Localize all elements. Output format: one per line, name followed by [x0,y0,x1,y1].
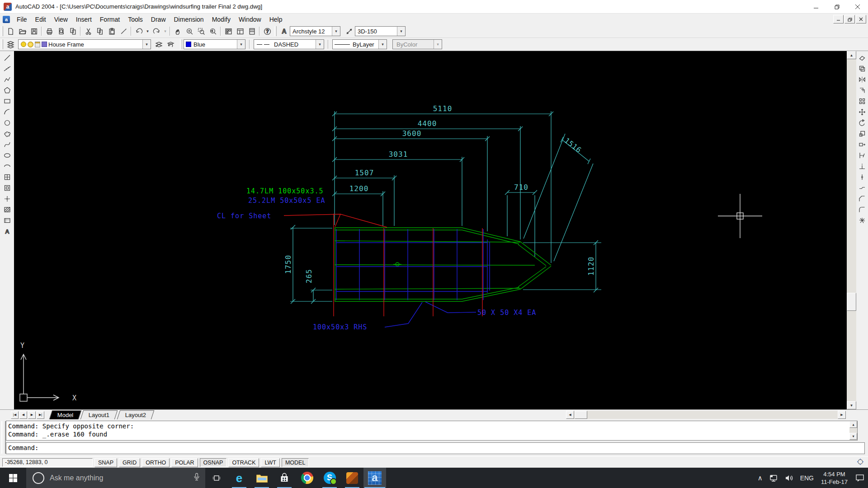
layer-lock-icon[interactable] [35,42,40,47]
scroll-left-button[interactable]: ◀ [566,411,574,419]
toolbar-grip[interactable] [274,26,277,36]
tool-palettes-button[interactable] [246,25,258,37]
toggle-snap[interactable]: SNAP [94,458,117,467]
tray-network-button[interactable] [766,468,782,488]
match-properties-button[interactable] [118,25,129,37]
publish-button[interactable] [67,25,79,37]
zoom-realtime-button[interactable] [184,25,195,37]
coordinate-display[interactable]: -35268, 12883, 0 [2,458,93,467]
undo-button[interactable] [133,25,145,37]
minimize-button[interactable] [806,0,826,14]
ellipse-tool[interactable] [1,150,13,161]
linetype-combo[interactable]: DASHED ▾ [254,39,324,49]
menu-window[interactable]: Window [235,15,265,24]
command-window-grip[interactable] [1,421,6,454]
make-layer-current-button[interactable] [153,38,165,50]
help-button[interactable]: ? [261,25,273,37]
model-space-canvas[interactable]: 5110 4400 3600 3031 1507 1200 710 1516 1… [14,51,847,409]
construction-line-tool[interactable] [1,63,13,74]
polyline-tool[interactable] [1,74,13,85]
text-style-combo[interactable]: Archstyle 12 ▾ [290,26,340,36]
task-view-button[interactable] [205,468,228,488]
action-center-button[interactable] [852,468,868,488]
multiline-text-tool[interactable]: A [1,226,13,237]
array-tool[interactable] [856,96,868,107]
lineweight-combo-arrow-icon[interactable]: ▾ [378,40,387,49]
command-history[interactable]: Command: Specify opposite corner: Comman… [6,421,858,441]
hatch-tool[interactable] [1,204,13,215]
line-tool[interactable] [1,52,13,63]
taskbar-autocad[interactable]: a [363,468,386,488]
linetype-combo-arrow-icon[interactable]: ▾ [316,40,324,49]
extend-tool[interactable] [856,161,868,172]
tab-layout2[interactable]: Layout2 [117,410,154,419]
text-style-combo-arrow-icon[interactable]: ▾ [332,27,340,36]
tray-language[interactable]: ENG [797,468,817,488]
mdi-minimize-button[interactable] [833,15,844,23]
plot-preview-button[interactable] [55,25,67,37]
new-button[interactable] [5,25,16,37]
menu-insert[interactable]: Insert [72,15,96,24]
menu-file[interactable]: File [13,15,31,24]
vertical-scrollbar[interactable]: ▲ ▼ [847,51,856,409]
break-tool[interactable] [856,183,868,193]
toggle-lwt[interactable]: LWT [261,458,279,467]
scroll-right-button[interactable]: ▶ [838,411,846,419]
tab-first-button[interactable]: |◀ [11,411,19,419]
redo-button[interactable] [151,25,162,37]
tab-layout1[interactable]: Layout1 [80,410,118,419]
scroll-down-button[interactable]: ▼ [847,401,856,409]
spline-tool[interactable] [1,139,13,150]
chamfer-tool[interactable] [856,193,868,204]
lineweight-combo[interactable]: ByLayer ▾ [332,39,387,49]
taskbar-media-player[interactable] [341,468,363,488]
scroll-up-button[interactable]: ▲ [847,51,856,59]
toolbar-grip[interactable] [180,39,182,49]
trim-tool[interactable] [856,150,868,161]
move-tool[interactable] [856,107,868,117]
mdi-close-button[interactable] [856,15,866,23]
menu-format[interactable]: Format [96,15,124,24]
offset-tool[interactable] [856,85,868,96]
menu-edit[interactable]: Edit [31,15,50,24]
communication-center-icon[interactable] [856,458,864,467]
layer-color-swatch[interactable] [42,42,47,47]
tab-next-button[interactable]: ▶ [28,411,36,419]
menu-dimension[interactable]: Dimension [170,15,208,24]
copy-object-tool[interactable] [856,63,868,74]
toggle-grid[interactable]: GRID [119,458,140,467]
redo-dropdown[interactable]: ▾ [162,26,168,37]
taskbar-store[interactable] [273,468,296,488]
break-at-point-tool[interactable] [856,172,868,183]
menu-modify[interactable]: Modify [208,15,235,24]
point-tool[interactable] [1,193,13,204]
dim-style-button[interactable] [343,25,355,37]
scale-tool[interactable] [856,128,868,139]
command-scroll-up-button[interactable]: ▲ [849,421,857,428]
toolbar-grip[interactable] [1,39,3,49]
close-button[interactable] [847,0,868,14]
horizontal-scrollbar[interactable]: ◀ ▶ [566,411,846,419]
arc-tool[interactable] [1,107,13,117]
polygon-tool[interactable] [1,85,13,96]
zoom-previous-button[interactable] [207,25,219,37]
tab-model[interactable]: Model [49,410,82,419]
layer-previous-button[interactable] [165,38,176,50]
pan-button[interactable] [172,25,184,37]
revision-cloud-tool[interactable] [1,128,13,139]
color-combo-arrow-icon[interactable]: ▾ [237,40,245,49]
ellipse-arc-tool[interactable] [1,161,13,172]
explode-tool[interactable] [856,215,868,226]
cut-button[interactable] [82,25,94,37]
mirror-tool[interactable] [856,74,868,85]
color-combo[interactable]: Blue ▾ [184,39,245,49]
menu-help[interactable]: Help [265,15,287,24]
taskbar-chrome[interactable] [296,468,318,488]
search-box[interactable]: Ask me anything [26,468,205,488]
toggle-otrack[interactable]: OTRACK [228,458,259,467]
tray-volume-button[interactable] [782,468,797,488]
tab-prev-button[interactable]: ◀ [19,411,27,419]
dim-style-combo[interactable]: 3D-150 ▾ [355,26,406,36]
toggle-osnap[interactable]: OSNAP [200,458,227,467]
layer-freeze-sun-icon[interactable] [28,42,33,47]
